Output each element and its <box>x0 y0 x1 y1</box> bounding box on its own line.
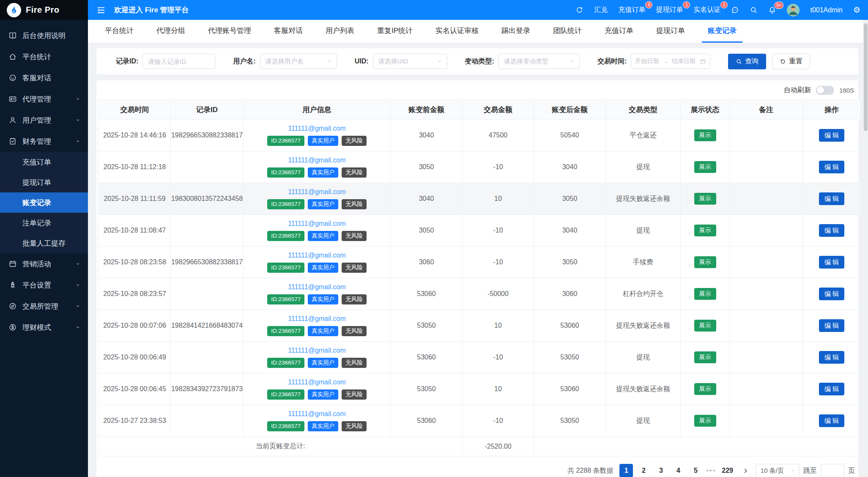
real-user-badge[interactable]: 真实用户 <box>308 263 338 273</box>
status-show-badge[interactable]: 展示 <box>694 193 716 204</box>
sidebar-item-platform-stats[interactable]: 平台统计 <box>0 46 88 67</box>
user-id-badge[interactable]: ID:2366577 <box>267 389 304 400</box>
real-user-badge[interactable]: 真实用户 <box>308 294 338 304</box>
edit-button[interactable]: 编 辑 <box>819 224 844 237</box>
jump-to-input[interactable] <box>821 464 844 477</box>
sidebar-item-users[interactable]: 用户管理 <box>0 110 88 131</box>
user-id-badge[interactable]: ID:2366577 <box>267 326 304 336</box>
status-show-badge[interactable]: 展示 <box>694 320 716 331</box>
user-email-link[interactable]: 111111@gmail.com <box>288 378 346 386</box>
no-risk-badge[interactable]: 无风险 <box>342 136 367 146</box>
topbar-link[interactable]: 充值订单9 <box>618 5 645 14</box>
tab[interactable]: 代理账号管理 <box>202 20 257 43</box>
page-number-1[interactable]: 1 <box>619 464 633 477</box>
real-user-badge[interactable]: 真实用户 <box>308 199 338 209</box>
user-email-link[interactable]: 111111@gmail.com <box>288 188 346 196</box>
tab[interactable]: 团队统计 <box>547 20 588 43</box>
sidebar-item-service-chat[interactable]: 客服对话 <box>0 67 88 88</box>
edit-button[interactable]: 编 辑 <box>819 256 844 269</box>
real-user-badge[interactable]: 真实用户 <box>308 389 338 400</box>
edit-button[interactable]: 编 辑 <box>819 129 844 142</box>
user-email-link[interactable]: 111111@gmail.com <box>288 220 346 228</box>
status-show-badge[interactable]: 展示 <box>694 225 716 236</box>
tab[interactable]: 账变记录 <box>702 20 742 43</box>
no-risk-badge[interactable]: 无风险 <box>342 199 367 209</box>
real-user-badge[interactable]: 真实用户 <box>308 358 338 368</box>
status-show-badge[interactable]: 展示 <box>694 415 716 426</box>
sidebar-item-withdraw-orders[interactable]: 提现订单 <box>0 172 88 192</box>
user-id-badge[interactable]: ID:2366577 <box>267 358 304 368</box>
page-number-4[interactable]: 4 <box>671 464 685 477</box>
no-risk-badge[interactable]: 无风险 <box>342 389 367 400</box>
no-risk-badge[interactable]: 无风险 <box>342 421 367 431</box>
user-email-link[interactable]: 111111@gmail.com <box>288 252 346 259</box>
user-email-link[interactable]: 111111@gmail.com <box>288 347 346 354</box>
refresh-icon[interactable] <box>575 6 583 14</box>
username-select[interactable]: 请选择用户名 <box>260 54 337 69</box>
username-text[interactable]: t001Admin <box>810 6 843 14</box>
real-user-badge[interactable]: 真实用户 <box>308 136 338 146</box>
status-show-badge[interactable]: 展示 <box>694 351 716 363</box>
edit-button[interactable]: 编 辑 <box>819 351 844 364</box>
chat-icon[interactable] <box>731 6 739 14</box>
tab[interactable]: 实名认证审核 <box>430 20 485 43</box>
sidebar-item-batch-deposit[interactable]: 批量人工提存 <box>0 233 88 253</box>
status-show-badge[interactable]: 展示 <box>694 256 716 268</box>
real-user-badge[interactable]: 真实用户 <box>308 231 338 241</box>
sidebar-item-docs[interactable]: 后台使用说明 <box>0 25 88 46</box>
user-id-badge[interactable]: ID:2366577 <box>267 263 304 273</box>
user-email-link[interactable]: 111111@gmail.com <box>288 125 346 132</box>
sidebar-item-marketing[interactable]: 营销活动 <box>0 253 88 274</box>
brand[interactable]: Fire Pro <box>0 0 88 20</box>
real-user-badge[interactable]: 真实用户 <box>308 421 338 431</box>
sidebar-item-exchange[interactable]: 交易所管理 <box>0 296 88 317</box>
sidebar-item-finance[interactable]: 财务管理 <box>0 131 88 152</box>
next-page-button[interactable] <box>739 464 752 477</box>
status-show-badge[interactable]: 展示 <box>694 383 716 395</box>
sidebar-item-bet-records[interactable]: 注单记录 <box>0 213 88 233</box>
no-risk-badge[interactable]: 无风险 <box>342 263 367 273</box>
page-number-2[interactable]: 2 <box>637 464 650 477</box>
tab[interactable]: 重复IP统计 <box>371 20 419 43</box>
topbar-link[interactable]: 提现订单1 <box>656 5 683 14</box>
status-show-badge[interactable]: 展示 <box>694 129 716 141</box>
page-number-3[interactable]: 3 <box>654 464 668 477</box>
status-show-badge[interactable]: 展示 <box>694 161 716 173</box>
tab[interactable]: 提现订单 <box>650 20 691 43</box>
topbar-link[interactable]: 实名认证1 <box>693 5 720 14</box>
page-size-select[interactable]: 10 条/页 <box>756 464 800 477</box>
no-risk-badge[interactable]: 无风险 <box>342 294 367 304</box>
real-user-badge[interactable]: 真实用户 <box>308 167 338 178</box>
auto-refresh-toggle[interactable] <box>816 86 834 95</box>
no-risk-badge[interactable]: 无风险 <box>342 326 367 336</box>
sidebar-item-account-changes[interactable]: 账变记录 <box>0 192 88 213</box>
date-range-picker[interactable]: 开始日期 → 结束日期 <box>631 54 710 69</box>
edit-button[interactable]: 编 辑 <box>819 288 844 301</box>
gear-icon[interactable]: ⚙ <box>853 6 860 14</box>
user-email-link[interactable]: 111111@gmail.com <box>288 156 346 164</box>
no-risk-badge[interactable]: 无风险 <box>342 358 367 368</box>
user-email-link[interactable]: 111111@gmail.com <box>288 315 346 323</box>
change-type-select[interactable]: 请选择变动类型 <box>498 54 580 69</box>
user-id-badge[interactable]: ID:2366577 <box>267 421 304 431</box>
tab[interactable]: 踢出登录 <box>496 20 536 43</box>
bell-icon[interactable]: 9+ <box>768 6 776 14</box>
real-user-badge[interactable]: 真实用户 <box>308 326 338 336</box>
status-show-badge[interactable]: 展示 <box>694 288 716 299</box>
search-button[interactable]: 查询 <box>728 54 766 69</box>
uid-select[interactable]: 请选择UID <box>373 54 447 69</box>
sidebar-item-wealth[interactable]: 理财模式 <box>0 317 88 338</box>
tab[interactable]: 平台统计 <box>99 20 140 43</box>
user-id-badge[interactable]: ID:2366577 <box>267 294 304 304</box>
tab[interactable]: 客服对话 <box>268 20 309 43</box>
no-risk-badge[interactable]: 无风险 <box>342 231 367 241</box>
edit-button[interactable]: 编 辑 <box>819 414 844 428</box>
collapse-menu-icon[interactable] <box>96 5 106 15</box>
edit-button[interactable]: 编 辑 <box>819 319 844 332</box>
topbar-link[interactable]: 汇兑 <box>594 5 608 14</box>
user-id-badge[interactable]: ID:2366577 <box>267 199 304 209</box>
user-id-badge[interactable]: ID:2366577 <box>267 167 304 178</box>
sidebar-item-agency[interactable]: 代理管理 <box>0 88 88 110</box>
reset-button[interactable]: 重置 <box>772 54 810 69</box>
tab[interactable]: 充值订单 <box>599 20 639 43</box>
